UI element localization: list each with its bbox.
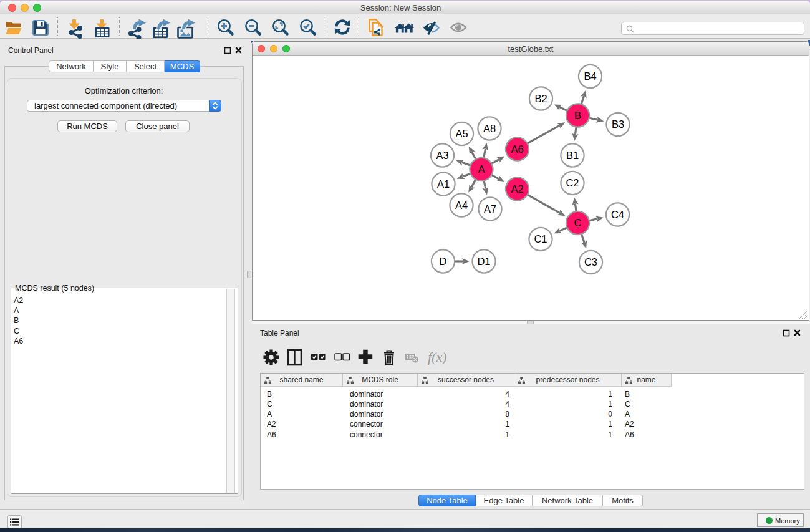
svg-text:A3: A3: [436, 150, 448, 161]
svg-text:D: D: [440, 256, 447, 267]
svg-text:B3: B3: [612, 118, 624, 130]
svg-text:B: B: [574, 110, 581, 121]
svg-text:B2: B2: [534, 93, 547, 104]
svg-text:C2: C2: [566, 177, 579, 188]
svg-text:B4: B4: [584, 70, 596, 82]
svg-text:C4: C4: [611, 209, 624, 220]
svg-text:A4: A4: [455, 200, 468, 211]
svg-text:A6: A6: [511, 143, 523, 155]
svg-text:D1: D1: [477, 256, 490, 267]
svg-text:A5: A5: [455, 128, 468, 139]
svg-text:A1: A1: [437, 178, 450, 190]
svg-text:A: A: [478, 163, 485, 175]
svg-text:C: C: [574, 217, 582, 228]
svg-text:B1: B1: [566, 150, 579, 161]
svg-text:A7: A7: [484, 203, 496, 215]
svg-text:C1: C1: [534, 233, 547, 244]
svg-text:A2: A2: [511, 183, 523, 195]
svg-text:f(x): f(x): [428, 349, 447, 365]
svg-text:A8: A8: [483, 123, 496, 134]
svg-text:C3: C3: [584, 256, 597, 268]
